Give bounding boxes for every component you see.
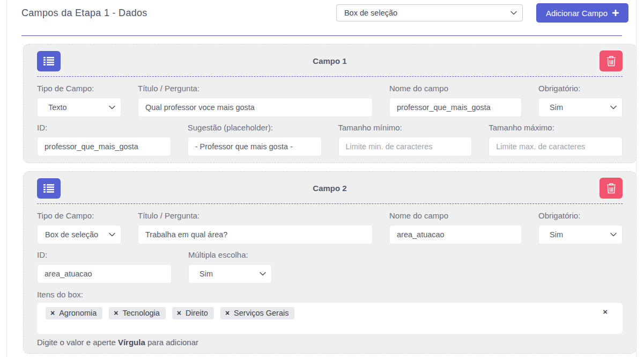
titulo-pergunta-label: Título / Pergunta:	[138, 211, 373, 220]
obrigatorio-select-wrap: Sim	[538, 98, 623, 117]
new-field-type-select-wrap: Box de seleção	[336, 4, 523, 21]
tipo-campo-select[interactable]: Box de seleção	[37, 225, 121, 244]
tag-remove-icon[interactable]: ×	[50, 309, 55, 317]
content-panel: Campos da Etapa 1 - Dados Box de seleção…	[6, 0, 636, 357]
id-input[interactable]	[37, 264, 172, 283]
topbar: Campos da Etapa 1 - Dados Box de seleção…	[15, 2, 628, 24]
tipo-campo-select[interactable]: Texto	[37, 98, 121, 117]
tamanho-maximo-input[interactable]	[488, 137, 623, 156]
tag-label: Direito	[186, 309, 208, 317]
tags-hint: Digite o valor e aperte Vírgula para adi…	[37, 338, 623, 347]
obrigatorio-select[interactable]: Sim	[538, 98, 623, 117]
nome-campo-input[interactable]	[389, 98, 522, 117]
obrigatorio-label: Obrigatório:	[538, 211, 623, 220]
plus-icon	[612, 10, 619, 16]
obrigatorio-select-wrap: Sim	[538, 225, 623, 244]
tag-label: Agronomia	[59, 309, 97, 317]
nome-campo-input[interactable]	[389, 225, 522, 244]
tamanho-minimo-input[interactable]	[338, 137, 472, 156]
tag-remove-icon[interactable]: ×	[177, 309, 181, 317]
sugestao-label: Sugestão (placeholder):	[188, 123, 322, 132]
card1-header: Campo 1	[37, 50, 623, 77]
tag-chip: ×Direito	[172, 307, 214, 319]
tamanho-maximo-label: Tamanho máximo:	[488, 123, 623, 132]
multipla-escolha-label: Múltipla escolha:	[188, 250, 272, 259]
tipo-campo-label: Tipo de Campo:	[37, 211, 121, 220]
sugestao-input[interactable]	[188, 137, 322, 156]
obrigatorio-label: Obrigatório:	[538, 84, 623, 93]
titulo-pergunta-input[interactable]	[138, 98, 373, 117]
tamanho-minimo-label: Tamanho mínimo:	[338, 123, 472, 132]
card1-title: Campo 1	[37, 56, 623, 65]
header-divider	[21, 35, 622, 36]
tag-remove-icon[interactable]: ×	[225, 309, 230, 317]
tipo-campo-label: Tipo de Campo:	[37, 84, 121, 93]
tags-container: ×Agronomia×Tecnologia×Direito×Serviços G…	[46, 308, 301, 317]
obrigatorio-select[interactable]: Sim	[538, 225, 623, 244]
id-label: ID:	[37, 123, 171, 132]
field-card-2: Campo 2 Tipo de Campo: Box de seleção Tí…	[23, 171, 636, 354]
tipo-campo-select-wrap: Box de seleção	[37, 225, 121, 244]
tag-chip: ×Agronomia	[46, 307, 102, 319]
nome-campo-label: Nome do campo	[389, 211, 522, 220]
multipla-escolha-select-wrap: Sim	[188, 264, 272, 283]
tag-chip: ×Tecnologia	[109, 307, 166, 319]
nome-campo-label: Nome do campo	[389, 84, 522, 93]
add-field-button-label: Adicionar Campo	[546, 9, 608, 18]
id-input[interactable]	[37, 137, 171, 156]
new-field-type-select[interactable]: Box de seleção	[336, 4, 523, 21]
clear-tags-icon[interactable]: ×	[603, 308, 608, 316]
box-items-input[interactable]: ×Agronomia×Tecnologia×Direito×Serviços G…	[37, 303, 623, 334]
id-label: ID:	[37, 250, 172, 259]
titulo-pergunta-label: Título / Pergunta:	[138, 84, 373, 93]
page-title: Campos da Etapa 1 - Dados	[21, 8, 336, 19]
tag-remove-icon[interactable]: ×	[114, 309, 118, 317]
tag-label: Serviços Gerais	[234, 309, 288, 317]
card2-title: Campo 2	[37, 184, 623, 193]
tipo-campo-select-wrap: Texto	[37, 98, 121, 117]
itens-do-box-label: Itens do box:	[37, 290, 623, 299]
tag-label: Tecnologia	[123, 309, 160, 317]
field-card-1: Campo 1 Tipo de Campo: Texto Título / Pe…	[23, 44, 636, 163]
titulo-pergunta-input[interactable]	[138, 225, 373, 244]
multipla-escolha-select[interactable]: Sim	[188, 264, 272, 283]
tag-chip: ×Serviços Gerais	[220, 307, 295, 319]
add-field-button[interactable]: Adicionar Campo	[536, 3, 628, 23]
card2-header: Campo 2	[37, 178, 623, 204]
